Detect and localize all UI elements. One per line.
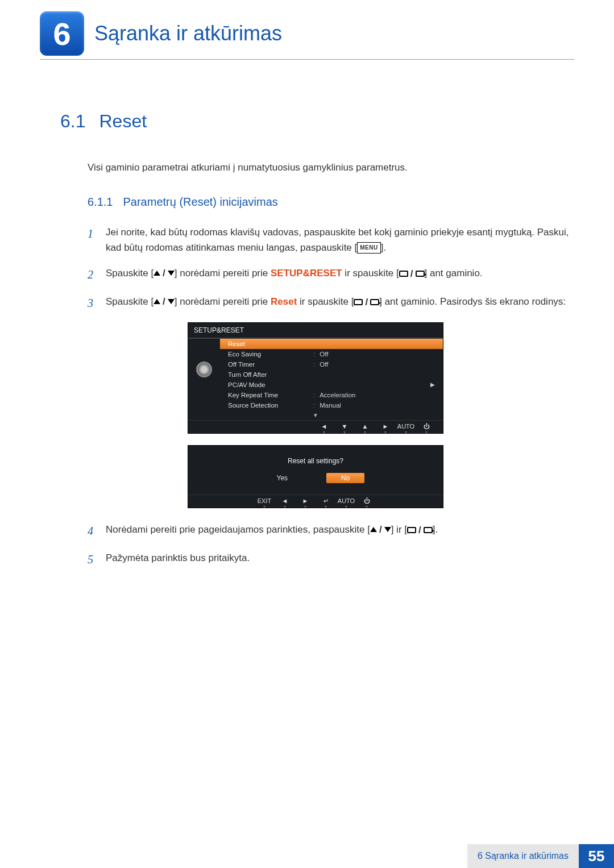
osd-button-bar: ◄▼▲►AUTO⏻ [188, 420, 443, 433]
osd-nav-button: ◄ [314, 423, 334, 430]
osd-nav-button: ↵ [316, 498, 335, 504]
yes-option: Yes [267, 473, 298, 483]
keyword-reset: Reset [271, 296, 297, 307]
osd-row: Source Detection:Manual [220, 400, 443, 410]
page-footer: 6 Sąranka ir atkūrimas 55 [467, 844, 614, 868]
osd-nav-button: ▲ [355, 423, 375, 430]
confirm-text: Reset all settings? [188, 446, 443, 473]
osd-nav-button: EXIT [255, 498, 274, 504]
osd-nav-button: ► [376, 423, 395, 430]
osd-dial-icon [188, 339, 220, 412]
step-text: Jei norite, kad būtų rodomas klavišų vad… [106, 227, 569, 253]
step-text: ir spauskite [ [297, 296, 354, 307]
subsection-title: Parametrų (Reset) inicijavimas [123, 196, 277, 209]
step-text: ] norėdami pereiti prie [175, 268, 271, 279]
step-number: 4 [88, 522, 98, 540]
osd-title: SETUP&RESET [188, 323, 443, 339]
chapter-header: 6 Sąranka ir atkūrimas [40, 11, 574, 60]
step-5: 5 Pažymėta parinktis bus pritaikyta. [88, 550, 574, 568]
osd-screenshot: SETUP&RESET ResetEco Saving:OffOff Timer… [188, 322, 443, 508]
footer-page-number: 55 [579, 844, 614, 868]
keyword-setup-reset: SETUP&RESET [271, 268, 342, 279]
source-enter-icon: / [407, 522, 433, 538]
osd-row: Turn Off After [220, 369, 443, 380]
osd-nav-button: AUTO [337, 498, 356, 504]
up-down-icon: / [154, 294, 175, 309]
step-text: ] norėdami pereiti prie [175, 296, 271, 307]
osd-row: Eco Saving:Off [220, 349, 443, 359]
section-title: Reset [99, 111, 147, 132]
step-text: Norėdami pereiti prie pageidaujamos pari… [106, 524, 370, 535]
osd-nav-button: ► [296, 498, 315, 504]
step-text: ] ant gaminio. Pasirodys šis ekrano rodi… [379, 296, 566, 307]
chapter-title: Sąranka ir atkūrimas [94, 22, 282, 45]
section-number: 6.1 [60, 111, 85, 132]
osd-row: Reset [220, 339, 443, 349]
step-text: ] ant gaminio. [425, 268, 483, 279]
step-number: 5 [88, 550, 98, 568]
step-text: Spauskite [ [106, 296, 154, 307]
step-text: ]. [381, 242, 386, 253]
osd-row: PC/AV Mode▶ [220, 380, 443, 390]
osd-nav-button: AUTO [396, 423, 416, 430]
step-1: 1 Jei norite, kad būtų rodomas klavišų v… [88, 225, 574, 255]
osd-nav-button: ▼ [335, 423, 354, 430]
no-option: No [326, 473, 364, 483]
step-list-cont: 4 Norėdami pereiti prie pageidaujamos pa… [88, 522, 574, 568]
step-number: 3 [88, 294, 98, 312]
up-down-icon: / [154, 265, 175, 281]
chapter-number-badge: 6 [40, 11, 84, 56]
osd-nav-button: ⏻ [357, 498, 376, 504]
source-enter-icon: / [354, 294, 379, 310]
intro-paragraph: Visi gaminio parametrai atkuriami į numa… [88, 160, 574, 175]
osd-row: Off Timer:Off [220, 359, 443, 369]
subsection-number: 6.1.1 [88, 196, 113, 209]
menu-button-icon: MENU [357, 242, 380, 254]
step-number: 2 [88, 265, 98, 284]
step-4: 4 Norėdami pereiti prie pageidaujamos pa… [88, 522, 574, 540]
step-list: 1 Jei norite, kad būtų rodomas klavišų v… [88, 225, 574, 312]
source-enter-icon: / [399, 266, 425, 281]
subsection-heading: 6.1.1 Parametrų (Reset) inicijavimas [88, 196, 574, 209]
osd-confirm-dialog: Reset all settings? Yes No EXIT◄►↵AUTO⏻ [188, 445, 443, 508]
step-text: Spauskite [ [106, 268, 154, 279]
step-text: ir spauskite [ [342, 268, 399, 279]
section-heading: 6.1 Reset [60, 111, 574, 132]
osd-button-bar: EXIT◄►↵AUTO⏻ [188, 495, 443, 508]
scroll-down-icon: ▼ [188, 412, 443, 420]
step-text: ] ir [ [391, 524, 407, 535]
footer-chapter-label: 6 Sąranka ir atkūrimas [467, 844, 579, 868]
osd-nav-button: ⏻ [417, 423, 436, 430]
osd-nav-button: ◄ [275, 498, 294, 504]
up-down-icon: / [370, 522, 391, 537]
osd-row: Key Repeat Time:Acceleration [220, 390, 443, 400]
step-2: 2 Spauskite [/] norėdami pereiti prie SE… [88, 265, 574, 284]
osd-menu-setup-reset: SETUP&RESET ResetEco Saving:OffOff Timer… [188, 322, 443, 434]
step-3: 3 Spauskite [/] norėdami pereiti prie Re… [88, 294, 574, 312]
osd-rows: ResetEco Saving:OffOff Timer:OffTurn Off… [220, 339, 443, 412]
step-number: 1 [88, 225, 98, 255]
step-text: Pažymėta parinktis bus pritaikyta. [106, 550, 574, 568]
